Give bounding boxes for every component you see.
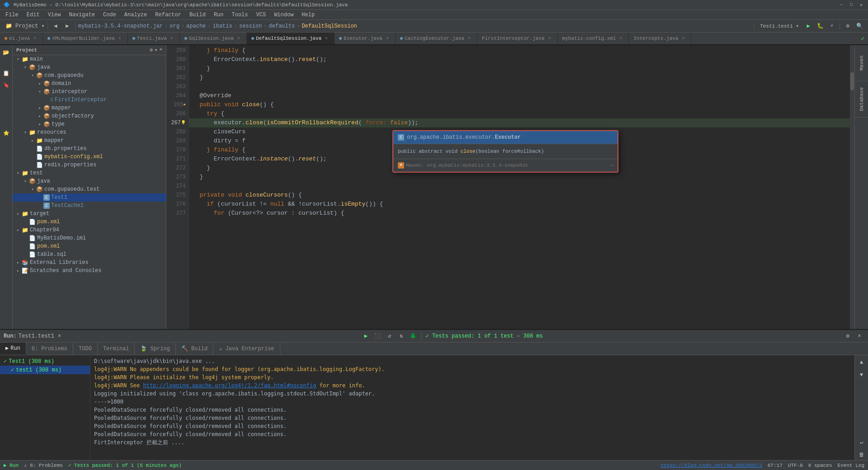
tree-item-test[interactable]: ▾ 📁 test [13, 169, 166, 177]
settings-button[interactable]: ⚙ [843, 21, 853, 31]
menu-item-view[interactable]: View [44, 11, 65, 19]
tree-item-type[interactable]: ▸ 📦 type [13, 120, 166, 128]
menu-item-build[interactable]: Build [186, 11, 209, 19]
test-tree-item-test1[interactable]: ✓ Test1 (308 ms) [0, 357, 90, 366]
tab-close[interactable]: × [117, 35, 123, 42]
rerun-button[interactable]: ▶ [361, 331, 371, 341]
log4j-link[interactable]: http://logging.apache.org/log4j/1.2/faq.… [143, 382, 316, 389]
problems-status[interactable]: ⚠ 6: Problems [24, 462, 63, 468]
menu-item-refactor[interactable]: Refactor [151, 11, 185, 19]
tree-item-objectfactory[interactable]: ▸ 📦 objectfactory [13, 112, 166, 120]
tree-item-interceptor[interactable]: ▾ 📦 interceptor [13, 88, 166, 96]
tab-close[interactable]: × [236, 35, 242, 42]
scrollbar-thumb[interactable] [850, 72, 854, 90]
tab-close[interactable]: × [323, 35, 330, 42]
tree-item-mybatis-config[interactable]: 📄 mybatis-config.xml [13, 153, 166, 161]
tree-item-main[interactable]: ▾ 📁 main [13, 55, 166, 63]
tab-terminal[interactable]: Terminal [98, 343, 135, 355]
breadcrumb-mybatis[interactable]: mybatis-3.5.4-snapshot.jar [78, 23, 163, 29]
tree-item-root-pom[interactable]: 📄 pom.xml [13, 242, 166, 250]
tab-spring[interactable]: 🍃 Spring [135, 343, 175, 355]
csdn-link[interactable]: https://blog.csdn.net/qq_385268573 [660, 463, 762, 468]
close-run-button[interactable]: × [854, 331, 864, 341]
maven-icon-right[interactable]: Maven [855, 45, 868, 81]
tree-item-testcache1[interactable]: C TestCache1 [13, 202, 166, 210]
tree-item-mydbml[interactable]: 📄 MyBatisDemo.iml [13, 234, 166, 242]
autocomplete-popup[interactable]: C org.apache.ibatis.executor.Executor pu… [392, 130, 618, 173]
tree-item-tablesql[interactable]: 📄 table.sql [13, 250, 166, 258]
tree-item-pom[interactable]: 📄 pom.xml [13, 218, 166, 226]
tab-e1[interactable]: e1.java × [0, 33, 43, 44]
tree-view-button[interactable]: 🌲 [408, 331, 418, 341]
tab-sqlsession[interactable]: SqlSession.java × [180, 33, 247, 44]
tree-item-target[interactable]: ▸ 📁 target [13, 210, 166, 218]
tree-item-redis-props[interactable]: 📄 redis.properties [13, 161, 166, 169]
breadcrumb-ibatis[interactable]: ibatis [213, 23, 232, 29]
menu-item-vcs[interactable]: VCS [253, 11, 270, 19]
tree-item-com-gupaoedu[interactable]: ▾ 📦 com.gupaoedu [13, 71, 166, 80]
rerun-failed-button[interactable]: ↺ [384, 331, 394, 341]
tab-close[interactable]: × [547, 35, 553, 42]
tab-executor[interactable]: Executor.java × [335, 33, 396, 44]
tab-mybatisconfig[interactable]: mybatis-config.xml × [558, 33, 629, 44]
tree-item-mapper[interactable]: ▸ 📦 mapper [13, 104, 166, 112]
tree-item-extlibs[interactable]: ▸ 📚 External Libraries [13, 258, 166, 267]
bookmarks-icon[interactable]: 🔖 [1, 80, 12, 90]
database-icon-right[interactable]: Database [855, 81, 868, 118]
breadcrumb-session[interactable]: session [239, 23, 262, 29]
tab-defaultsqlsession[interactable]: DefaultSqlSession.java × [247, 33, 335, 44]
encoding-info[interactable]: UTF-8 [788, 463, 803, 468]
menu-item-code[interactable]: Code [99, 11, 120, 19]
run-close-button[interactable]: × [58, 333, 61, 339]
tab-problems[interactable]: 6: Problems [26, 343, 73, 355]
back-button[interactable]: ◀ [51, 21, 61, 31]
tree-item-db-props[interactable]: 📄 db.properties [13, 145, 166, 153]
maximize-button[interactable]: □ [848, 2, 854, 8]
favorites-icon[interactable]: ⭐ [1, 127, 12, 138]
tab-todo[interactable]: TODO [73, 343, 98, 355]
tree-item-java[interactable]: ▾ 📦 java [13, 63, 166, 71]
scroll-up-icon[interactable]: ▲ [856, 357, 867, 368]
breadcrumb-class[interactable]: DefaultSqlSession [302, 23, 357, 29]
tab-close[interactable]: × [169, 35, 175, 42]
tab-cachingexecutor[interactable]: CachingExecutor.java × [396, 33, 477, 44]
tree-item-domain[interactable]: ▸ 📦 domain [13, 80, 166, 88]
search-button[interactable]: 🔍 [854, 21, 864, 31]
tab-close[interactable]: × [32, 35, 38, 42]
tree-item-chapter04[interactable]: ▸ 📁 Chapter04 [13, 226, 166, 234]
run-status-icon[interactable]: ▶ Run [4, 462, 19, 468]
settings-run-button[interactable]: ⚙ [843, 331, 853, 341]
stop-button[interactable]: ⬛ [373, 331, 382, 341]
tab-close[interactable]: × [466, 35, 472, 42]
menu-item-run[interactable]: Run [210, 11, 227, 19]
tree-item-test1[interactable]: C Test1 [13, 193, 166, 202]
tab-test1[interactable]: Test1.java × [128, 33, 180, 44]
scroll-down-icon[interactable]: ▼ [856, 370, 867, 381]
run-config-selector[interactable]: Test1.test1 ▾ [757, 23, 802, 29]
more-icon[interactable]: ⋯ [610, 161, 613, 170]
breadcrumb-apache[interactable]: apache [186, 23, 206, 29]
tab-firstinterceptor[interactable]: FirstInterceptor.java × [477, 33, 558, 44]
menu-item-tools[interactable]: Tools [228, 11, 252, 19]
sidebar-close[interactable]: × [159, 47, 162, 53]
run-coverage-button[interactable]: ⚡ [827, 21, 837, 31]
sidebar-collapse[interactable]: ▾ [155, 47, 158, 53]
tab-close[interactable]: × [618, 35, 624, 42]
soft-wrap-icon[interactable]: ↵ [856, 437, 867, 447]
tree-item-test-java[interactable]: ▾ 📦 java [13, 177, 166, 185]
test-tree-item-test1-method[interactable]: ✓ test1 (308 ms) [0, 366, 90, 374]
autocomplete-item-executor[interactable]: C org.apache.ibatis.executor.Executor [393, 131, 618, 144]
menu-item-analyze[interactable]: Analyze [121, 11, 151, 19]
event-log[interactable]: Event Log [838, 463, 864, 468]
sidebar-settings[interactable]: ⚙ [150, 47, 153, 53]
minimize-button[interactable]: – [838, 2, 844, 8]
forward-button[interactable]: ▶ [62, 21, 72, 31]
tree-item-scratches[interactable]: ▸ 📝 Scratches and Consoles [13, 267, 166, 275]
tree-item-res-mapper[interactable]: ▸ 📁 mapper [13, 136, 166, 145]
menu-item-file[interactable]: File [2, 11, 22, 19]
debug-button[interactable]: 🐛 [815, 21, 825, 31]
close-button[interactable]: ✕ [858, 2, 864, 8]
tree-item-resources[interactable]: ▾ 📁 resources [13, 128, 166, 136]
menu-item-edit[interactable]: Edit [23, 11, 43, 19]
tree-item-test-pkg[interactable]: ▾ 📦 com.gupaoedu.test [13, 185, 166, 193]
